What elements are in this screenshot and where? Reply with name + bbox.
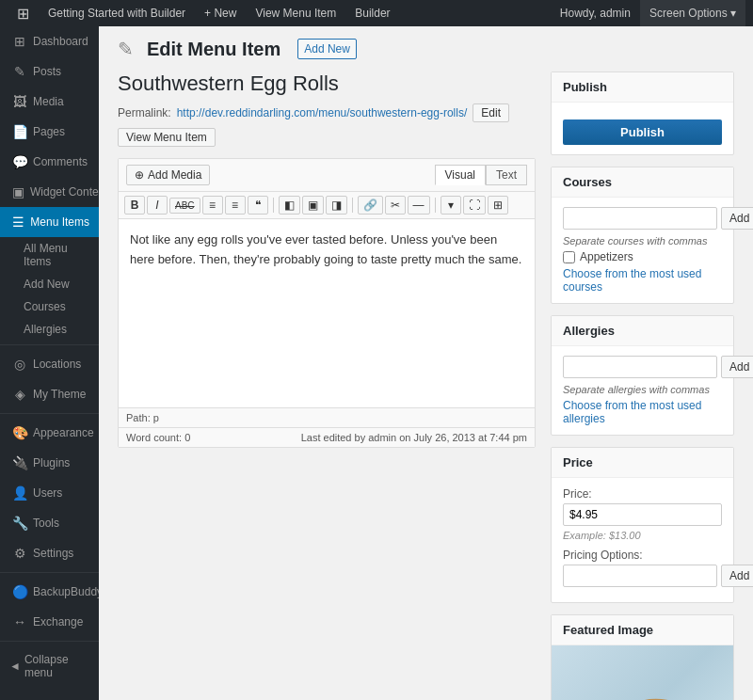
courses-box-content: Add Separate courses with commas Appetiz… — [552, 198, 733, 303]
price-box-header: Price — [552, 448, 733, 478]
editor-formatting-bar: B I ABC ≡ ≡ ❝ ◧ ▣ ◨ 🔗 ✂ — — [119, 192, 535, 219]
my-theme-icon: ◈ — [12, 387, 27, 402]
courses-box: Courses Add Separate courses with commas… — [551, 167, 734, 304]
more-button[interactable]: — — [408, 196, 430, 215]
allergies-box-content: Add Separate allergies with commas Choos… — [552, 346, 733, 435]
courses-box-header: Courses — [552, 167, 733, 198]
italic-button[interactable]: I — [147, 196, 168, 215]
sidebar-item-menu-items[interactable]: ☰ Menu Items — [0, 207, 99, 237]
align-left-button[interactable]: ◧ — [279, 196, 300, 215]
featured-image-content: Remove featured image — [552, 645, 733, 700]
svg-point-9 — [633, 692, 710, 700]
tab-visual[interactable]: Visual — [435, 165, 486, 185]
allergies-add-button[interactable]: Add — [721, 356, 753, 378]
toggle-toolbar-button[interactable]: ▾ — [441, 196, 461, 215]
users-icon: 👤 — [12, 485, 27, 501]
sidebar-submenu-all-menu-items[interactable]: All Menu Items — [0, 237, 99, 273]
sidebar-item-widget-content[interactable]: ▣ Widget Content — [0, 177, 99, 207]
wp-logo[interactable]: ⊞ — [8, 0, 39, 26]
sidebar-item-appearance[interactable]: 🎨 Appearance — [0, 418, 99, 448]
add-new-button[interactable]: Add New — [297, 39, 357, 59]
choose-courses-link[interactable]: Choose from the most used courses — [563, 267, 722, 294]
sidebar-submenu-allergies[interactable]: Allergies — [0, 318, 99, 341]
courses-input[interactable] — [563, 207, 717, 230]
sidebar-item-locations[interactable]: ◎ Locations — [0, 349, 99, 379]
pages-icon: 📄 — [12, 124, 27, 139]
sidebar-item-exchange[interactable]: ↔ Exchange — [0, 607, 99, 637]
sidebar-item-backupbuddy[interactable]: 🔵 BackupBuddy — [0, 577, 99, 607]
sidebar-item-plugins[interactable]: 🔌 Plugins — [0, 448, 99, 478]
editor-content[interactable]: Not like any egg rolls you've ever taste… — [119, 219, 535, 407]
appetizers-checkbox[interactable] — [563, 251, 575, 263]
publish-button[interactable]: Publish — [563, 119, 722, 145]
sidebar-item-tools[interactable]: 🔧 Tools — [0, 508, 99, 538]
featured-image-preview — [552, 645, 733, 700]
editor-text: Not like any egg rolls you've ever taste… — [130, 231, 523, 270]
align-center-button[interactable]: ▣ — [302, 196, 324, 215]
sidebar-item-media[interactable]: 🖼 Media — [0, 87, 99, 117]
add-media-button[interactable]: ⊕ Add Media — [126, 165, 210, 185]
main-column: Southwestern Egg Rolls Permalink: http:/… — [118, 72, 536, 448]
sidebar-item-my-theme[interactable]: ◈ My Theme — [0, 379, 99, 409]
allergies-input[interactable] — [563, 356, 717, 378]
builder[interactable]: Builder — [345, 0, 399, 26]
price-input[interactable] — [563, 503, 722, 526]
edit-slug-button[interactable]: Edit — [473, 103, 509, 122]
fmt-separator-3 — [435, 198, 436, 213]
sidebar-item-dashboard[interactable]: ⊞ Dashboard — [0, 26, 99, 56]
editor-footer: Path: p — [119, 407, 535, 427]
sidebar-item-pages[interactable]: 📄 Pages — [0, 117, 99, 147]
publish-box-header: Publish — [552, 72, 733, 103]
sidebar-item-settings[interactable]: ⚙ Settings — [0, 538, 99, 568]
egg-rolls-illustration — [553, 645, 732, 700]
editor-footer-counts: Word count: 0 Last edited by admin on Ju… — [119, 427, 535, 447]
sidebar-item-comments[interactable]: 💬 Comments — [0, 147, 99, 177]
sidebar-item-users[interactable]: 👤 Users — [0, 478, 99, 508]
collapse-icon: ◄ — [9, 660, 21, 673]
site-name[interactable]: Getting Started with Builder — [39, 0, 195, 26]
publish-box: Publish Publish — [551, 72, 734, 155]
right-sidebar: Publish Publish Courses Add Separate cou… — [551, 72, 734, 700]
permalink-label: Permalink: — [118, 106, 171, 119]
link-button[interactable]: 🔗 — [358, 196, 383, 215]
permalink-bar: Permalink: http://dev.reddindarling.com/… — [118, 103, 536, 147]
view-menu-item-button[interactable]: View Menu Item — [118, 128, 216, 147]
sidebar-item-posts[interactable]: ✎ Posts — [0, 56, 99, 87]
posts-icon: ✎ — [12, 64, 27, 79]
view-menu-item[interactable]: View Menu Item — [246, 0, 345, 26]
choose-allergies-link[interactable]: Choose from the most used allergies — [563, 399, 722, 425]
price-box: Price Price: Example: $13.00 Pricing Opt… — [551, 447, 734, 603]
howdy[interactable]: Howdy, admin — [551, 0, 640, 26]
appearance-icon: 🎨 — [12, 425, 27, 440]
align-right-button[interactable]: ◨ — [326, 196, 347, 215]
allergies-box: Allergies Add Separate allergies with co… — [551, 315, 734, 436]
blockquote-button[interactable]: ❝ — [248, 196, 268, 215]
screen-options-button[interactable]: Screen Options ▾ — [640, 0, 745, 26]
new-content[interactable]: + New — [195, 0, 246, 26]
exchange-icon: ↔ — [12, 614, 27, 629]
fullscreen-button[interactable]: ⛶ — [463, 196, 486, 215]
strikethrough-button[interactable]: ABC — [169, 198, 200, 214]
admin-bar: ⊞ Getting Started with Builder + New Vie… — [0, 0, 753, 26]
show-hide-button[interactable]: ⊞ — [488, 196, 508, 215]
pricing-add-button[interactable]: Add — [721, 565, 753, 587]
collapse-menu-button[interactable]: ◄ Collapse menu — [0, 645, 99, 687]
permalink-url[interactable]: http://dev.reddindarling.com/menu/southw… — [177, 106, 468, 119]
sidebar-submenu-add-new[interactable]: Add New — [0, 273, 99, 295]
unordered-list-button[interactable]: ≡ — [202, 196, 223, 215]
appetizers-label: Appetizers — [580, 250, 633, 263]
courses-add-button[interactable]: Add — [721, 207, 753, 230]
last-edited: Last edited by admin on July 26, 2013 at… — [301, 432, 527, 443]
ordered-list-button[interactable]: ≡ — [225, 196, 246, 215]
featured-image-header: Featured Image — [552, 615, 733, 645]
dashboard-icon: ⊞ — [12, 34, 27, 49]
unlink-button[interactable]: ✂ — [385, 196, 406, 215]
tab-text[interactable]: Text — [486, 165, 527, 185]
sidebar-submenu-courses[interactable]: Courses — [0, 295, 99, 318]
bold-button[interactable]: B — [124, 196, 145, 215]
backupbuddy-icon: 🔵 — [12, 584, 27, 599]
pricing-options-input[interactable] — [563, 565, 717, 587]
featured-image-box: Featured Image — [551, 614, 734, 700]
price-example: Example: $13.00 — [563, 530, 722, 541]
admin-sidebar: ⊞ Dashboard ✎ Posts 🖼 Media 📄 Pages 💬 Co… — [0, 26, 99, 700]
